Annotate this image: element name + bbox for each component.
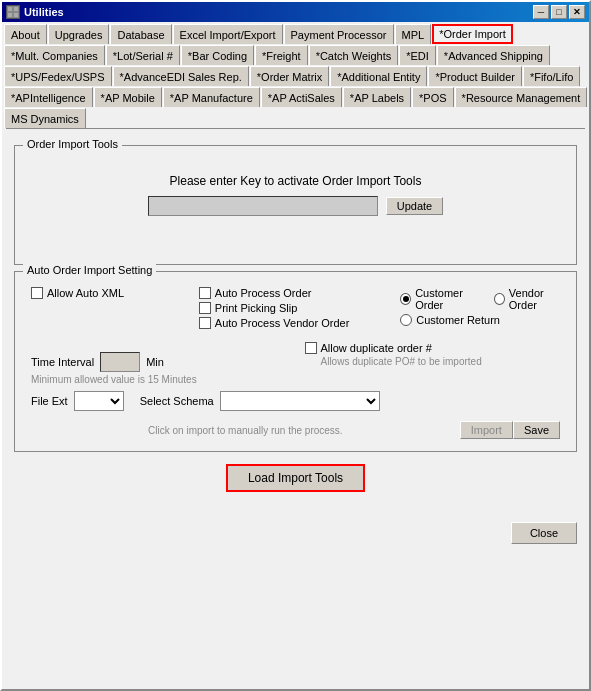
- save-button[interactable]: Save: [513, 421, 560, 439]
- print-picking-slip-label: Print Picking Slip: [215, 302, 298, 314]
- tab-lot-serial[interactable]: *Lot/Serial #: [106, 45, 180, 65]
- tab-edi[interactable]: *EDI: [399, 45, 436, 65]
- min-hint: Minimum allowed value is 15 Minutes: [31, 374, 295, 385]
- tab-ups-fedex[interactable]: *UPS/Fedex/USPS: [4, 66, 112, 86]
- middle-checks: Auto Process Order Print Picking Slip Au…: [199, 284, 400, 332]
- title-controls: ─ □ ✕: [533, 5, 585, 19]
- time-section: Time Interval Min Minimum allowed value …: [31, 342, 295, 385]
- auto-process-order-row: Auto Process Order: [199, 287, 400, 299]
- time-interval-row: Time Interval Min: [31, 352, 295, 372]
- auto-process-vendor-checkbox[interactable]: [199, 317, 211, 329]
- auto-process-vendor-row: Auto Process Vendor Order: [199, 317, 400, 329]
- tab-ap-actisales[interactable]: *AP ActiSales: [261, 87, 342, 107]
- content-area: Order Import Tools Please enter Key to a…: [2, 129, 589, 512]
- print-picking-slip-row: Print Picking Slip: [199, 302, 400, 314]
- title-bar-left: Utilities: [6, 5, 64, 19]
- tab-advanced-shipping[interactable]: *Advanced Shipping: [437, 45, 550, 65]
- tab-additional-entity[interactable]: *Additional Entity: [330, 66, 427, 86]
- tab-order-matrix[interactable]: *Order Matrix: [250, 66, 329, 86]
- svg-rect-0: [8, 7, 12, 11]
- svg-rect-3: [14, 13, 18, 17]
- duplicate-section: Allow duplicate order # Allows duplicate…: [295, 342, 569, 367]
- tab-catch-weights[interactable]: *Catch Weights: [309, 45, 399, 65]
- customer-return-row: Customer Return: [400, 314, 568, 326]
- auto-process-order-label: Auto Process Order: [215, 287, 312, 299]
- tab-advance-edi[interactable]: *AdvanceEDI Sales Rep.: [113, 66, 249, 86]
- auto-process-vendor-label: Auto Process Vendor Order: [215, 317, 350, 329]
- tab-excel-import[interactable]: Excel Import/Export: [173, 24, 283, 44]
- tab-order-import[interactable]: *Order Import: [432, 24, 513, 44]
- tab-upgrades[interactable]: Upgrades: [48, 24, 110, 44]
- tab-ap-manufacture[interactable]: *AP Manufacture: [163, 87, 260, 107]
- customer-order-row: Customer Order Vendor Order: [400, 287, 568, 311]
- select-schema-label: Select Schema: [140, 395, 214, 407]
- auto-process-order-checkbox[interactable]: [199, 287, 211, 299]
- tab-about[interactable]: About: [4, 24, 47, 44]
- right-radios: Customer Order Vendor Order Customer Ret…: [400, 284, 568, 332]
- tab-ap-labels[interactable]: *AP Labels: [343, 87, 411, 107]
- svg-rect-2: [8, 13, 12, 17]
- tab-row-4: *APIntelligence *AP Mobile *AP Manufactu…: [2, 86, 589, 107]
- tab-fifo-lifo[interactable]: *Fifo/Lifo: [523, 66, 580, 86]
- minimize-button[interactable]: ─: [533, 5, 549, 19]
- allow-duplicate-label: Allow duplicate order #: [321, 342, 432, 354]
- order-import-group: Order Import Tools Please enter Key to a…: [14, 145, 577, 265]
- allow-auto-xml-row: Allow Auto XML: [31, 287, 199, 299]
- file-ext-label: File Ext: [31, 395, 68, 407]
- tab-bar-coding[interactable]: *Bar Coding: [181, 45, 254, 65]
- tab-row-3: *UPS/Fedex/USPS *AdvanceEDI Sales Rep. *…: [2, 65, 589, 86]
- min-label: Min: [146, 356, 164, 368]
- vendor-order-radio[interactable]: [494, 293, 505, 305]
- window-close-button[interactable]: ✕: [569, 5, 585, 19]
- tab-mult-companies[interactable]: *Mult. Companies: [4, 45, 105, 65]
- vendor-order-label: Vendor Order: [509, 287, 568, 311]
- svg-rect-1: [14, 7, 18, 11]
- allow-auto-xml-checkbox[interactable]: [31, 287, 43, 299]
- allow-duplicate-checkbox[interactable]: [305, 342, 317, 354]
- key-input[interactable]: [148, 196, 378, 216]
- tab-database[interactable]: Database: [110, 24, 171, 44]
- schema-select[interactable]: [220, 391, 380, 411]
- customer-return-radio[interactable]: [400, 314, 412, 326]
- print-picking-slip-checkbox[interactable]: [199, 302, 211, 314]
- customer-order-label: Customer Order: [415, 287, 486, 311]
- window-icon: [6, 5, 20, 19]
- tab-freight[interactable]: *Freight: [255, 45, 308, 65]
- tab-ms-dynamics[interactable]: MS Dynamics: [4, 108, 86, 128]
- time-dup-area: Time Interval Min Minimum allowed value …: [23, 342, 568, 385]
- allow-duplicate-row: Allow duplicate order #: [305, 342, 569, 354]
- window-title: Utilities: [24, 6, 64, 18]
- update-button[interactable]: Update: [386, 197, 443, 215]
- click-hint-text: Click on import to manually run the proc…: [31, 425, 460, 436]
- tab-resource-management[interactable]: *Resource Management: [455, 87, 588, 107]
- import-button[interactable]: Import: [460, 421, 513, 439]
- tab-ap-mobile[interactable]: *AP Mobile: [94, 87, 162, 107]
- tab-row-1: About Upgrades Database Excel Import/Exp…: [2, 22, 589, 44]
- load-import-tools-button[interactable]: Load Import Tools: [226, 464, 365, 492]
- time-interval-label: Time Interval: [31, 356, 94, 368]
- close-button[interactable]: Close: [511, 522, 577, 544]
- order-import-prompt: Please enter Key to activate Order Impor…: [23, 174, 568, 188]
- customer-return-label: Customer Return: [416, 314, 500, 326]
- file-ext-select[interactable]: [74, 391, 124, 411]
- tab-row-5: MS Dynamics: [2, 107, 589, 128]
- dup-hint: Allows duplicate PO# to be imported: [305, 356, 569, 367]
- auto-import-group-title: Auto Order Import Setting: [23, 264, 156, 276]
- bottom-action-row: Click on import to manually run the proc…: [23, 417, 568, 443]
- order-import-group-title: Order Import Tools: [23, 138, 122, 150]
- tab-payment-processor[interactable]: Payment Processor: [284, 24, 394, 44]
- maximize-button[interactable]: □: [551, 5, 567, 19]
- main-window: Utilities ─ □ ✕ About Upgrades Database …: [0, 0, 591, 691]
- customer-order-radio[interactable]: [400, 293, 411, 305]
- key-row: Update: [23, 196, 568, 216]
- settings-layout: Allow Auto XML Auto Process Order Print …: [23, 284, 568, 332]
- tab-product-builder[interactable]: *Product Builder: [428, 66, 522, 86]
- auto-import-group: Auto Order Import Setting Allow Auto XML…: [14, 271, 577, 452]
- tab-mpl[interactable]: MPL: [395, 24, 432, 44]
- tab-ap-intelligence[interactable]: *APIntelligence: [4, 87, 93, 107]
- tab-pos[interactable]: *POS: [412, 87, 454, 107]
- time-interval-input[interactable]: [100, 352, 140, 372]
- title-bar: Utilities ─ □ ✕: [2, 2, 589, 22]
- left-checks: Allow Auto XML: [23, 284, 199, 332]
- allow-auto-xml-label: Allow Auto XML: [47, 287, 124, 299]
